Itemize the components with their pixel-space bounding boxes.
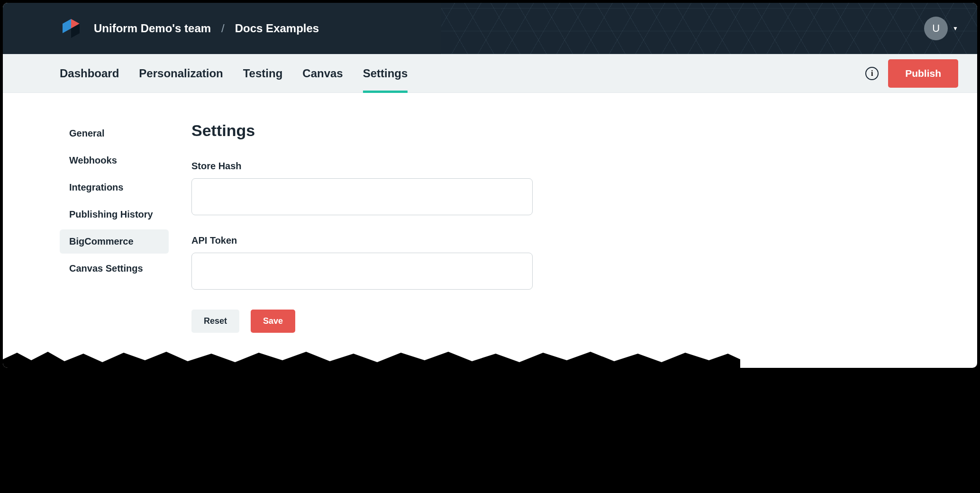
api-token-label: API Token [191, 235, 533, 246]
tab-personalization[interactable]: Personalization [139, 54, 223, 93]
torn-edge-decoration [3, 349, 740, 368]
sidebar-item-integrations[interactable]: Integrations [60, 175, 169, 200]
breadcrumb-team[interactable]: Uniform Demo's team [94, 22, 211, 35]
settings-content: Settings Store Hash API Token Reset Save [191, 121, 533, 333]
sidebar-item-bigcommerce[interactable]: BigCommerce [60, 229, 169, 254]
save-button[interactable]: Save [251, 310, 295, 333]
topbar: Uniform Demo's team / Docs Examples U ▼ [3, 3, 977, 54]
breadcrumb-separator: / [221, 22, 225, 35]
store-hash-input[interactable] [191, 178, 533, 215]
settings-sidebar: General Webhooks Integrations Publishing… [60, 121, 169, 333]
tab-canvas[interactable]: Canvas [302, 54, 343, 93]
tab-testing[interactable]: Testing [243, 54, 283, 93]
breadcrumb: Uniform Demo's team / Docs Examples [94, 22, 319, 35]
store-hash-label: Store Hash [191, 161, 533, 172]
breadcrumb-project[interactable]: Docs Examples [235, 22, 319, 35]
chevron-down-icon[interactable]: ▼ [953, 25, 958, 32]
reset-button[interactable]: Reset [191, 310, 239, 333]
sidebar-item-webhooks[interactable]: Webhooks [60, 148, 169, 173]
avatar[interactable]: U [924, 17, 948, 40]
sidebar-item-canvas-settings[interactable]: Canvas Settings [60, 256, 169, 281]
tab-dashboard[interactable]: Dashboard [60, 54, 119, 93]
api-token-input[interactable] [191, 253, 533, 290]
brand-logo [60, 17, 82, 40]
page-title: Settings [191, 121, 533, 140]
publish-button[interactable]: Publish [888, 59, 958, 88]
info-icon[interactable]: i [865, 67, 879, 80]
main-nav: Dashboard Personalization Testing Canvas… [3, 54, 977, 93]
tab-settings[interactable]: Settings [363, 54, 408, 93]
sidebar-item-publishing-history[interactable]: Publishing History [60, 202, 169, 227]
sidebar-item-general[interactable]: General [60, 121, 169, 146]
